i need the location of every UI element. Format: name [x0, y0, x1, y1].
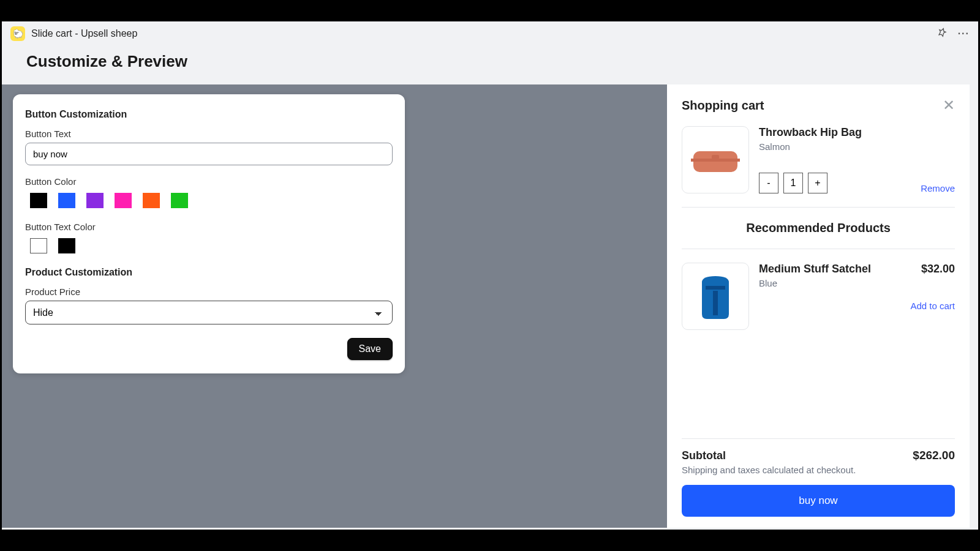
titlebar: 🐑 Slide cart - Upsell sheep ···: [2, 21, 978, 46]
color-swatch[interactable]: [58, 193, 75, 208]
product-price-select[interactable]: Hide: [25, 301, 393, 324]
color-swatch[interactable]: [171, 193, 188, 208]
pin-icon[interactable]: [937, 28, 947, 40]
product-price-label: Product Price: [25, 287, 393, 297]
recommended-item: Medium Stuff Satchel $32.00 Blue Add to …: [682, 263, 955, 330]
page-header: Customize & Preview: [2, 46, 978, 84]
button-text-input[interactable]: [25, 143, 393, 165]
more-icon[interactable]: ···: [958, 28, 970, 39]
cart-title: Shopping cart: [682, 99, 764, 113]
cart-drawer: Shopping cart ✕ Throwback Hip Bag Salmon…: [667, 84, 970, 528]
add-to-cart-link[interactable]: Add to cart: [910, 301, 955, 311]
subtotal-value: $262.00: [913, 449, 955, 462]
button-text-color-swatches: [25, 236, 393, 256]
button-color-label: Button Color: [25, 176, 393, 187]
app-title: Slide cart - Upsell sheep: [31, 28, 137, 39]
qty-increase-button[interactable]: +: [808, 173, 827, 193]
recommended-title: Recommended Products: [682, 221, 955, 235]
checkout-button[interactable]: buy now: [682, 485, 955, 517]
color-swatch[interactable]: [86, 193, 104, 208]
customization-panel: Button Customization Button Text Button …: [13, 94, 405, 373]
close-icon[interactable]: ✕: [943, 98, 955, 113]
qty-decrease-button[interactable]: -: [759, 173, 778, 193]
svg-rect-3: [713, 291, 718, 315]
button-text-label: Button Text: [25, 129, 393, 139]
svg-rect-4: [706, 286, 725, 290]
color-swatch[interactable]: [30, 193, 47, 208]
color-swatch[interactable]: [58, 238, 75, 253]
cart-item-variant: Salmon: [759, 141, 955, 152]
qty-value: 1: [783, 173, 803, 193]
app-logo: 🐑: [10, 26, 25, 41]
divider: [682, 249, 955, 249]
divider: [682, 207, 955, 208]
scrollbar[interactable]: [970, 84, 978, 528]
recommended-item-price: $32.00: [921, 263, 955, 276]
button-color-swatches: [25, 190, 393, 211]
button-text-color-label: Button Text Color: [25, 222, 393, 232]
cart-footer: Subtotal $262.00 Shipping and taxes calc…: [682, 438, 955, 517]
recommended-item-thumb: [682, 263, 749, 330]
recommended-item-variant: Blue: [759, 278, 955, 288]
shipping-note: Shipping and taxes calculated at checkou…: [682, 465, 955, 475]
cart-item: Throwback Hip Bag Salmon - 1 + Remove: [682, 126, 955, 193]
remove-item-link[interactable]: Remove: [921, 183, 955, 193]
page-title: Customize & Preview: [26, 52, 954, 71]
cart-item-thumb: [682, 126, 749, 193]
save-button[interactable]: Save: [347, 338, 393, 360]
subtotal-label: Subtotal: [682, 449, 726, 462]
color-swatch[interactable]: [143, 193, 160, 208]
recommended-item-title: Medium Stuff Satchel: [759, 263, 871, 276]
color-swatch[interactable]: [115, 193, 132, 208]
color-swatch[interactable]: [30, 238, 47, 253]
svg-rect-2: [712, 155, 719, 159]
section-product-customization: Product Customization: [25, 267, 393, 278]
section-button-customization: Button Customization: [25, 109, 393, 120]
cart-item-title: Throwback Hip Bag: [759, 126, 955, 139]
